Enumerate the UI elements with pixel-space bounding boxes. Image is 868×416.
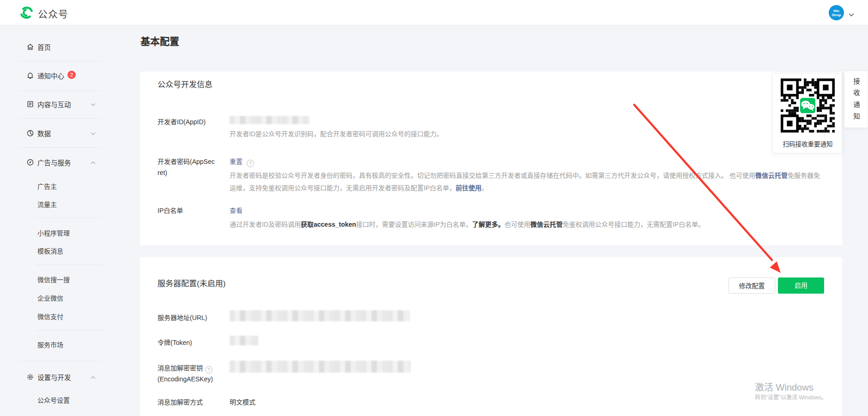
- reset-link[interactable]: 重置: [230, 158, 243, 165]
- sidebar-item-home[interactable]: 首页: [0, 40, 111, 54]
- aeskey-label: 消息加解密密钥? (EncodingAESKey): [158, 362, 213, 385]
- chevron-up-icon: [91, 158, 96, 166]
- appid-value-redacted: [230, 116, 309, 124]
- help-icon[interactable]: ?: [205, 366, 212, 374]
- appsecret-label: 开发者密码(AppSec ret): [158, 156, 215, 178]
- appsecret-desc: 开发者密码是校验公众号开发者身份的密码，具有极高的安全性。切记勿把密码直接交给第…: [230, 169, 820, 194]
- gear-icon: [26, 373, 34, 381]
- wechat-mp-admin: 公众号 Niu Shop 首页 通知中心 2: [0, 0, 868, 416]
- chevron-down-icon: [91, 129, 96, 137]
- chevron-down-icon: [91, 100, 96, 108]
- app-title: 公众号: [38, 6, 68, 20]
- encrypt-mode-value: 明文模式: [230, 397, 255, 406]
- sidebar-subitem-miniprogram[interactable]: 小程序管理: [0, 226, 111, 239]
- top-header: 公众号 Niu Shop: [0, 0, 868, 25]
- server-config-section-title: 服务器配置(未启用): [158, 277, 225, 289]
- sidebar-divider: [18, 147, 102, 148]
- dev-info-card: 公众号开发信息 开发者ID(AppID) 开发者ID是公众号开发识别码，配合开发…: [140, 72, 842, 245]
- compass-icon: [26, 158, 34, 166]
- appid-label: 开发者ID(AppID): [158, 117, 206, 126]
- sidebar-divider: [18, 61, 102, 61]
- sidebar-item-data[interactable]: 数据: [0, 126, 111, 140]
- server-config-card: 服务器配置(未启用) 修改配置 启用 服务器地址(URL) 令牌(Token) …: [140, 257, 842, 416]
- sidebar-subitem-wecom[interactable]: 企业微信: [0, 291, 111, 304]
- wechat-logo-icon: [800, 97, 816, 114]
- sidebar-item-ads-services[interactable]: 广告与服务: [0, 155, 111, 169]
- sidebar-divider: [18, 118, 102, 119]
- sidebar-subitem-template-message[interactable]: 模板消息: [0, 244, 111, 257]
- qr-caption: 扫码接收重要通知: [773, 139, 843, 148]
- data-pie-icon: [26, 129, 34, 137]
- wechat-cloud-link[interactable]: 微信云托管: [755, 172, 788, 179]
- receive-notify-label: 接收通知: [851, 78, 861, 125]
- sidebar-subitem-service-market[interactable]: 服务市场: [0, 338, 111, 351]
- ip-whitelist-desc: 通过开发者ID及密码调用获取access_token接口时，需要设置访问来源IP…: [230, 218, 826, 231]
- ip-whitelist-actions: 查看: [230, 205, 243, 215]
- chevron-up-icon: [91, 373, 96, 380]
- appsecret-actions: 重置 ?: [230, 157, 254, 167]
- sidebar-subitem-traffic-owner[interactable]: 流量主: [0, 198, 111, 211]
- token-value-redacted: [230, 336, 258, 345]
- sidebar-item-content-interaction[interactable]: 内容与互动: [0, 97, 111, 111]
- sidebar-divider: [36, 330, 102, 331]
- notification-badge: 2: [67, 71, 76, 79]
- help-icon[interactable]: ?: [247, 160, 254, 167]
- sidebar-subitem-wechat-search[interactable]: 微信搜一搜: [0, 273, 111, 286]
- wechat-cloud-em[interactable]: 微信云托管: [530, 221, 563, 228]
- access-token-link[interactable]: 获取access_token: [301, 221, 356, 228]
- sidebar-subitem-advertiser[interactable]: 广告主: [0, 180, 111, 193]
- sidebar-divider: [36, 217, 102, 218]
- modify-config-button[interactable]: 修改配置: [728, 277, 775, 294]
- dev-info-section-title: 公众号开发信息: [158, 78, 212, 90]
- sidebar-divider: [36, 265, 102, 265]
- token-label: 令牌(Token): [158, 338, 192, 347]
- receive-notify-tab[interactable]: 接收通知: [844, 71, 868, 128]
- appid-desc: 开发者ID是公众号开发识别码，配合开发者密码可调用公众号的接口能力。: [230, 128, 443, 140]
- account-avatar[interactable]: Niu Shop: [829, 5, 844, 20]
- sidebar-item-notification-center[interactable]: 通知中心 2: [0, 68, 111, 82]
- qr-notify-panel: 扫码接收重要通知: [772, 73, 842, 153]
- sidebar-divider: [18, 90, 102, 91]
- sidebar-divider: [18, 361, 102, 362]
- sidebar-subitem-account-settings[interactable]: 公众号设置: [0, 393, 111, 406]
- sidebar-item-settings-dev[interactable]: 设置与开发: [0, 370, 111, 384]
- goto-use-link[interactable]: 前往使用: [455, 184, 481, 192]
- learn-more-link[interactable]: 了解更多。: [472, 221, 504, 228]
- account-chevron-down-icon[interactable]: [849, 10, 854, 18]
- enable-button[interactable]: 启用: [778, 277, 824, 294]
- encrypt-mode-label: 消息加解密方式: [158, 397, 203, 406]
- home-icon: [26, 42, 34, 51]
- aeskey-value-redacted: [230, 361, 411, 373]
- sidebar-subitem-wechat-pay[interactable]: 微信支付: [0, 310, 111, 323]
- page-title: 基本配置: [140, 34, 179, 48]
- server-url-value-redacted: [230, 310, 410, 321]
- view-link[interactable]: 查看: [230, 207, 243, 214]
- wechat-official-logo-icon: [19, 6, 34, 20]
- ip-whitelist-label: IP白名单: [158, 205, 183, 215]
- server-url-label: 服务器地址(URL): [158, 313, 207, 322]
- qr-code: [781, 78, 835, 133]
- bell-icon: [26, 71, 34, 79]
- sidebar-nav: 首页 通知中心 2 内容与互动 数据: [0, 25, 111, 416]
- content-icon: [26, 100, 34, 108]
